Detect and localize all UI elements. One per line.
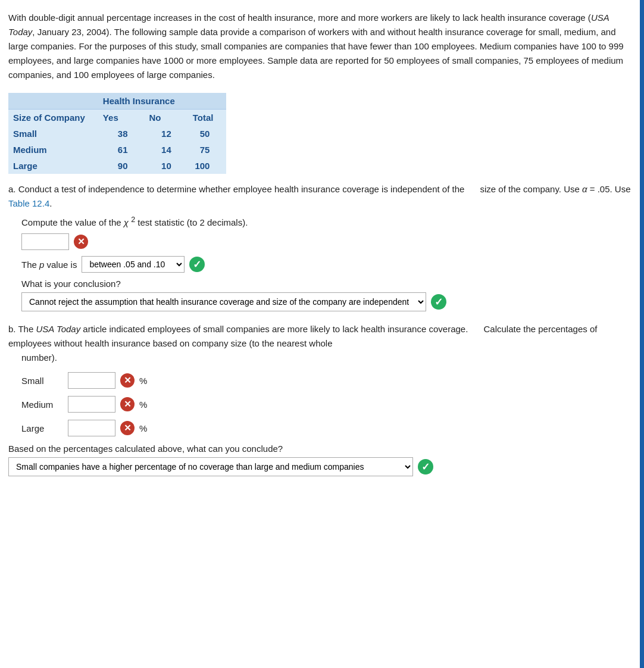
data-table: Health Insurance Size of Company Yes No … bbox=[8, 93, 226, 174]
part-a-indent: size of the company. Use α = .05. Use Ta… bbox=[8, 184, 631, 208]
final-conclusion-row: Small companies have a higher percentage… bbox=[8, 457, 633, 476]
final-conclusion-select[interactable]: Small companies have a higher percentage… bbox=[8, 457, 413, 476]
table-row: Large 90 10 100 bbox=[8, 158, 226, 174]
p-value-row: The p value is between .05 and .10less t… bbox=[21, 256, 633, 273]
intro-paragraph: With double-digit annual percentage incr… bbox=[8, 11, 633, 82]
percentage-row: Small ✕ % bbox=[21, 372, 633, 389]
table-no-header: No bbox=[145, 110, 188, 126]
table-cell-total: 75 bbox=[188, 142, 227, 158]
table-total-header: Total bbox=[188, 110, 227, 126]
p-value-select[interactable]: between .05 and .10less than .005between… bbox=[82, 256, 185, 273]
table-total-spacer bbox=[188, 93, 227, 110]
table-yes-header: Yes bbox=[98, 110, 145, 126]
final-conclusion-check-icon: ✓ bbox=[418, 459, 433, 475]
chi-error-icon: ✕ bbox=[74, 235, 88, 249]
percentage-row: Medium ✕ % bbox=[21, 396, 633, 413]
pct-error-icon: ✕ bbox=[120, 421, 135, 435]
pct-sign: % bbox=[139, 399, 147, 410]
table-row: Medium 61 14 75 bbox=[8, 142, 226, 158]
table-cell-no: 14 bbox=[145, 142, 188, 158]
table-cell-label: Large bbox=[8, 158, 98, 174]
part-b-section: b. The USA Today article indicated emplo… bbox=[8, 322, 633, 476]
pct-sign: % bbox=[139, 423, 147, 433]
part-a-section: a. Conduct a test of independence to det… bbox=[8, 182, 633, 311]
table-health-insurance-header: Health Insurance bbox=[98, 93, 188, 110]
part-b-label: b. The USA Today article indicated emplo… bbox=[8, 322, 633, 365]
pct-label: Small bbox=[21, 376, 63, 386]
conclusion-row: Cannot reject the assumption that health… bbox=[21, 292, 633, 311]
part-a-letter: a. bbox=[8, 184, 18, 194]
table-cell-no: 10 bbox=[145, 158, 188, 174]
table-cell-yes: 61 bbox=[98, 142, 145, 158]
table-row: Small 38 12 50 bbox=[8, 126, 226, 142]
pct-input-large[interactable] bbox=[68, 420, 115, 436]
percentage-row: Large ✕ % bbox=[21, 420, 633, 436]
part-b-number: number). bbox=[21, 352, 57, 363]
pct-error-icon: ✕ bbox=[120, 373, 135, 388]
pct-input-medium[interactable] bbox=[68, 396, 115, 413]
table-cell-no: 12 bbox=[145, 126, 188, 142]
part-b-indent: Calculate the percentages of employees w… bbox=[8, 324, 597, 348]
table-col1-header bbox=[8, 93, 98, 110]
p-value-label: The p value is bbox=[21, 260, 77, 270]
chi-input[interactable] bbox=[21, 233, 69, 250]
pct-sign: % bbox=[139, 376, 147, 386]
conclusion-check-icon: ✓ bbox=[431, 294, 446, 310]
table-cell-label: Medium bbox=[8, 142, 98, 158]
percentage-rows: Small ✕ % Medium ✕ % Large ✕ % bbox=[21, 372, 633, 436]
table-size-header: Size of Company bbox=[8, 110, 98, 126]
pct-label: Large bbox=[21, 423, 63, 433]
blue-bar bbox=[640, 0, 644, 495]
table-cell-yes: 38 bbox=[98, 126, 145, 142]
table-cell-total: 100 bbox=[188, 158, 227, 174]
pct-label: Medium bbox=[21, 399, 63, 410]
table-cell-yes: 90 bbox=[98, 158, 145, 174]
p-value-check-icon: ✓ bbox=[189, 257, 205, 272]
table-cell-total: 50 bbox=[188, 126, 227, 142]
part-a-label: a. Conduct a test of independence to det… bbox=[8, 182, 633, 211]
conclusion-select[interactable]: Cannot reject the assumption that health… bbox=[21, 292, 426, 311]
pct-input-small[interactable] bbox=[68, 372, 115, 389]
chi-input-row: ✕ bbox=[21, 233, 633, 250]
conclusion-label: What is your conclusion? bbox=[21, 279, 633, 289]
what-conclude-label: Based on the percentages calculated abov… bbox=[8, 444, 633, 454]
table-cell-label: Small bbox=[8, 126, 98, 142]
pct-error-icon: ✕ bbox=[120, 397, 135, 411]
part-b-letter: b. bbox=[8, 324, 18, 334]
compute-text: Compute the value of the χ 2 test statis… bbox=[21, 216, 633, 227]
table-link[interactable]: Table 12.4 bbox=[8, 198, 49, 208]
